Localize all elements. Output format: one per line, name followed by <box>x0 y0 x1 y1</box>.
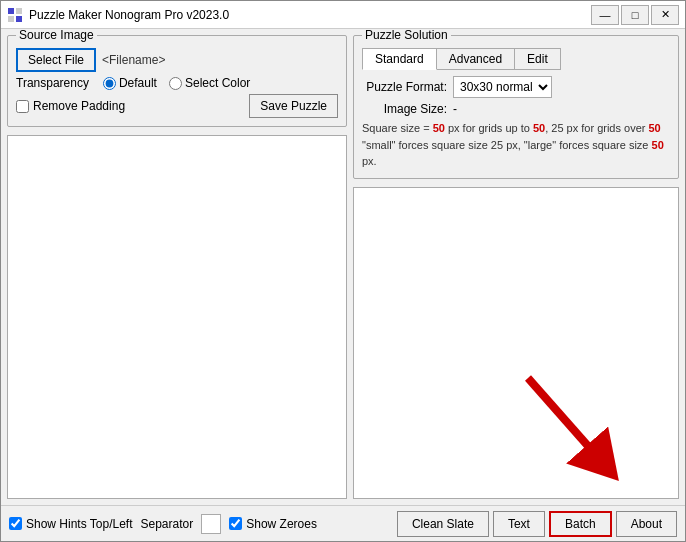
main-content: Source Image Select File <Filename> Tran… <box>1 29 685 505</box>
title-bar: Puzzle Maker Nonogram Pro v2023.0 — □ ✕ <box>1 1 685 29</box>
separator-color-box[interactable] <box>201 514 221 534</box>
bottom-left: Show Hints Top/Left Separator Show Zeroe… <box>9 514 317 534</box>
info-text: Square size = 50 px for grids up to 50, … <box>362 120 670 170</box>
svg-line-5 <box>528 378 603 463</box>
radio-select-color-input[interactable] <box>169 77 182 90</box>
left-preview-area <box>7 135 347 499</box>
transparency-radio-group: Default Select Color <box>103 76 250 90</box>
show-hints-checkbox[interactable] <box>9 517 22 530</box>
puzzle-solution-title: Puzzle Solution <box>362 29 451 42</box>
remove-padding-check[interactable]: Remove Padding <box>16 99 125 113</box>
maximize-button[interactable]: □ <box>621 5 649 25</box>
clean-slate-button[interactable]: Clean Slate <box>397 511 489 537</box>
source-image-group: Source Image Select File <Filename> Tran… <box>7 35 347 127</box>
save-puzzle-row: Remove Padding Save Puzzle <box>16 94 338 118</box>
show-zeroes-check[interactable]: Show Zeroes <box>229 517 317 531</box>
bottom-right: Clean Slate Text Batch About <box>397 511 677 537</box>
puzzle-solution-group: Puzzle Solution Standard Advanced Edit P… <box>353 35 679 179</box>
right-panel: Puzzle Solution Standard Advanced Edit P… <box>353 35 679 499</box>
image-size-row: Image Size: - <box>362 102 670 116</box>
show-zeroes-label: Show Zeroes <box>246 517 317 531</box>
select-file-row: Select File <Filename> <box>16 48 338 72</box>
svg-rect-1 <box>16 8 22 14</box>
image-size-value: - <box>453 102 457 116</box>
puzzle-format-select[interactable]: 30x30 normal 20x20 normal 15x15 normal 1… <box>453 76 552 98</box>
minimize-button[interactable]: — <box>591 5 619 25</box>
transparency-label: Transparency <box>16 76 89 90</box>
radio-select-color[interactable]: Select Color <box>169 76 250 90</box>
close-button[interactable]: ✕ <box>651 5 679 25</box>
batch-button[interactable]: Batch <box>549 511 612 537</box>
info-highlight-1: 50 <box>433 122 445 134</box>
remove-padding-checkbox[interactable] <box>16 100 29 113</box>
tabs-bar: Standard Advanced Edit <box>362 48 670 70</box>
radio-default-label: Default <box>119 76 157 90</box>
show-hints-check[interactable]: Show Hints Top/Left <box>9 517 133 531</box>
image-size-label: Image Size: <box>362 102 447 116</box>
tab-edit[interactable]: Edit <box>514 48 561 70</box>
save-puzzle-button[interactable]: Save Puzzle <box>249 94 338 118</box>
show-zeroes-checkbox[interactable] <box>229 517 242 530</box>
title-bar-left: Puzzle Maker Nonogram Pro v2023.0 <box>7 7 229 23</box>
arrow-overlay <box>508 358 638 488</box>
puzzle-format-row: Puzzle Format: 30x30 normal 20x20 normal… <box>362 76 670 98</box>
svg-rect-3 <box>16 16 22 22</box>
left-panel: Source Image Select File <Filename> Tran… <box>7 35 347 499</box>
info-highlight-2: 50 <box>533 122 545 134</box>
window-title: Puzzle Maker Nonogram Pro v2023.0 <box>29 8 229 22</box>
bottom-bar: Show Hints Top/Left Separator Show Zeroe… <box>1 505 685 541</box>
radio-select-color-label: Select Color <box>185 76 250 90</box>
right-preview-area <box>353 187 679 500</box>
puzzle-format-label: Puzzle Format: <box>362 80 447 94</box>
title-bar-controls: — □ ✕ <box>591 5 679 25</box>
svg-rect-2 <box>8 16 14 22</box>
about-button[interactable]: About <box>616 511 677 537</box>
separator-label: Separator <box>141 517 194 531</box>
tab-advanced[interactable]: Advanced <box>436 48 515 70</box>
source-group-title: Source Image <box>16 29 97 42</box>
transparency-row: Transparency Default Select Color <box>16 76 338 90</box>
radio-default-input[interactable] <box>103 77 116 90</box>
text-button[interactable]: Text <box>493 511 545 537</box>
select-file-button[interactable]: Select File <box>16 48 96 72</box>
app-icon <box>7 7 23 23</box>
tab-standard[interactable]: Standard <box>362 48 437 70</box>
filename-label: <Filename> <box>102 53 165 67</box>
show-hints-label: Show Hints Top/Left <box>26 517 133 531</box>
main-window: Puzzle Maker Nonogram Pro v2023.0 — □ ✕ … <box>0 0 686 542</box>
info-highlight-4: 50 <box>652 139 664 151</box>
radio-default[interactable]: Default <box>103 76 157 90</box>
info-highlight-3: 50 <box>649 122 661 134</box>
svg-rect-0 <box>8 8 14 14</box>
remove-padding-label: Remove Padding <box>33 99 125 113</box>
